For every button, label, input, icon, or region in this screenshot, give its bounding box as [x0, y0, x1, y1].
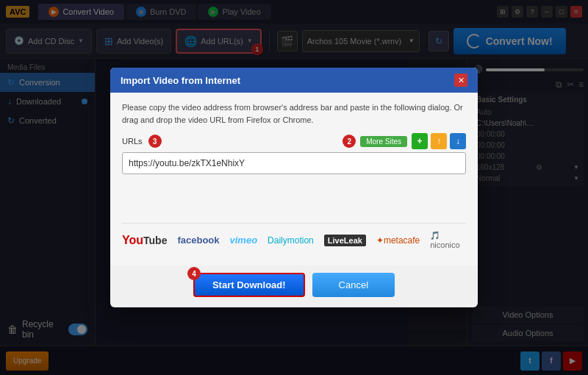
urls-label: URLs — [122, 137, 143, 146]
modal-close-button[interactable]: ✕ — [454, 74, 467, 87]
modal-body: Please copy the video address from brows… — [110, 93, 478, 265]
move-url-up-button[interactable]: ↑ — [431, 133, 447, 149]
metacafe-logo: ✦metacafe — [376, 235, 420, 246]
badge-2: 2 — [343, 135, 356, 148]
move-url-down-button[interactable]: ↓ — [450, 133, 466, 149]
url-input-wrapper — [122, 152, 466, 174]
dailymotion-logo: Dailymotion — [268, 235, 314, 246]
modal-description: Please copy the video address from brows… — [122, 101, 466, 126]
vimeo-logo: vimeo — [230, 235, 258, 246]
start-download-button[interactable]: Start Download! — [193, 273, 305, 297]
url-action-buttons: + ↑ ↓ — [412, 133, 466, 149]
modal-overlay: Import Video from Internet ✕ Please copy… — [0, 0, 588, 375]
cancel-button[interactable]: Cancel — [312, 273, 395, 297]
url-input[interactable] — [122, 152, 466, 174]
modal-header: Import Video from Internet ✕ — [110, 68, 478, 93]
niconico-logo: 🎵 niconico — [430, 231, 466, 249]
more-sites-button[interactable]: More Sites — [360, 136, 407, 147]
modal-footer: 4 Start Download! Cancel — [110, 265, 478, 307]
liveleak-logo: LiveLeak — [324, 235, 366, 246]
youtube-logo: YouTube — [122, 234, 167, 247]
badge-4: 4 — [187, 267, 201, 280]
modal-title: Import Video from Internet — [121, 75, 240, 86]
service-logos: YouTube facebook vimeo Dailymotion LiveL… — [122, 223, 466, 257]
badge-3: 3 — [148, 135, 162, 148]
facebook-logo: facebook — [177, 235, 219, 246]
urls-label-row: URLs 3 2 More Sites + ↑ ↓ — [122, 133, 466, 149]
add-url-row-button[interactable]: + — [412, 133, 428, 149]
import-video-modal: Import Video from Internet ✕ Please copy… — [110, 68, 478, 307]
